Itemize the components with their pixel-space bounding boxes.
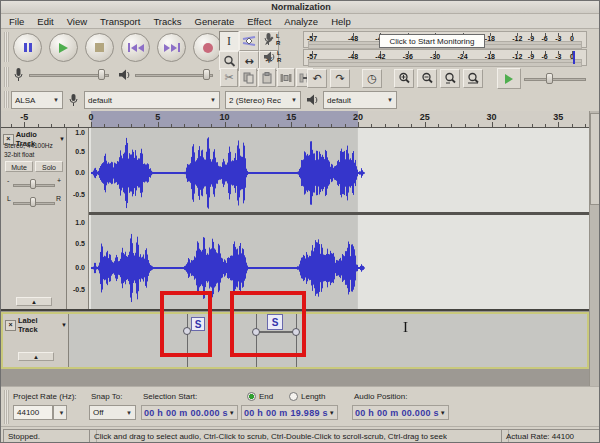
audio-track-control-panel: × Audio Track ▼ Stereo, 44100Hz 32-bit f… [1,128,67,309]
fit-project-button[interactable] [463,69,483,88]
audio-host-select[interactable]: ALSA▼ [11,91,63,109]
label-track-header: × Label Track ▼ [5,316,67,334]
copy-button[interactable] [239,68,257,87]
menu-generate[interactable]: Generate [195,16,235,27]
ruler-tick [11,124,12,127]
vertical-ruler[interactable]: 1.0 0.5 0.0 -0.5 1.0 0.5 0.0 -0.5 [67,128,89,309]
sync-lock-button[interactable]: ◷ [362,69,382,88]
window-titlebar[interactable]: Normalization [1,1,600,14]
meter-tick-label: -30 [430,53,440,60]
gain-slider[interactable]: - + [5,176,63,192]
pan-slider[interactable]: L R [5,194,63,210]
magnifier-icon [223,55,236,68]
end-radio-label[interactable]: End [259,392,273,401]
end-radio[interactable] [247,392,256,401]
length-radio[interactable] [289,392,298,401]
chevron-down-icon: ▼ [126,410,132,416]
menu-edit[interactable]: Edit [37,16,53,27]
timeline-ruler[interactable]: -505101520253035 [1,111,589,128]
length-radio-label[interactable]: Length [301,392,325,401]
ruler-tick-label: -5 [20,112,28,122]
zoom-in-button[interactable] [394,69,414,88]
snap-to-select[interactable]: Off▼ [89,405,136,420]
horizontal-scrollbar-area[interactable] [1,369,589,386]
cut-button[interactable]: ✂ [220,68,238,87]
play-at-speed-button[interactable] [497,68,521,89]
fit-selection-button[interactable] [440,69,460,88]
play-button[interactable] [49,33,78,62]
transport-toolbar-grip[interactable] [4,32,9,62]
ruler-tick-label: 30 [486,112,496,122]
fit-selection-icon [444,72,457,85]
play-speed-icon [505,74,513,84]
selection-start-label: Selection Start: [143,392,197,401]
playback-speed-slider[interactable] [524,72,586,86]
stop-button[interactable] [85,33,114,62]
skip-to-end-button[interactable] [157,33,186,62]
menu-view[interactable]: View [67,16,87,27]
collapse-track-button[interactable]: ▲ [16,297,52,306]
play-meter-icon-group: LR [263,50,281,64]
redo-button[interactable]: ↷ [330,69,350,88]
annotation-box-1 [160,291,212,357]
waveform-display[interactable] [89,128,589,309]
menu-effect[interactable]: Effect [247,16,271,27]
zoom-out-icon [421,72,434,85]
paste-button[interactable] [258,68,276,87]
annotation-box-2 [230,291,306,357]
ruler-tick [211,124,212,127]
trim-button[interactable] [277,68,295,87]
ruler-tick [184,124,185,127]
menu-transport[interactable]: Transport [100,16,140,27]
menu-analyze[interactable]: Analyze [284,16,318,27]
playback-device-select[interactable]: default▼ [323,91,397,109]
ruler-tick [51,124,52,127]
track-menu-button[interactable]: ▼ [59,136,65,142]
selection-toolbar: Project Rate (Hz): 44100 ▼ Snap To: Off▼… [1,386,600,426]
input-volume-slider[interactable] [29,68,109,82]
track-menu-button[interactable]: ▼ [61,322,67,328]
pause-button[interactable] [13,33,42,62]
device-toolbar-grip[interactable] [4,91,9,108]
mute-button[interactable]: Mute [5,161,33,172]
skip-to-start-button[interactable] [121,33,150,62]
ruler-tick [305,124,306,127]
selection-tool-button[interactable]: I [219,31,239,51]
output-volume-slider[interactable] [135,68,213,82]
record-icon [203,43,213,53]
envelope-tool-button[interactable] [239,31,259,51]
ruler-tick [291,122,292,127]
meter-tick-label: -9 [528,35,534,42]
playback-meter[interactable]: -57-48-42-36-30-24-18-12-9-6-30 [303,49,587,66]
menu-help[interactable]: Help [331,16,351,27]
ruler-tick [64,124,65,127]
menu-file[interactable]: File [9,16,24,27]
stop-icon [95,43,104,52]
zoom-out-button[interactable] [417,69,437,88]
ruler-tick-label: 0 [88,112,93,122]
selection-start-field[interactable]: 00 h 00 m 00.000 s▼ [141,405,238,420]
record-button[interactable] [193,33,222,62]
vertical-scrollbar-thumb[interactable] [590,113,600,205]
undo-button[interactable]: ↶ [307,69,327,88]
selection-end-field[interactable]: 00 h 00 m 19.989 s▼ [241,405,338,420]
ruler-tick [238,124,239,127]
audio-position-field[interactable]: 00 h 00 m 00.000 s▼ [352,405,449,420]
chevron-down-icon: ▼ [229,410,235,416]
selection-toolbar-grip[interactable] [4,390,9,424]
monitoring-tooltip[interactable]: Click to Start Monitoring [379,34,485,48]
recording-channels-select[interactable]: 2 (Stereo) Rec▼ [225,91,301,109]
project-rate-value[interactable]: 44100 [13,405,53,420]
scale-label: 1.0 [75,129,85,136]
collapse-track-button[interactable]: ▲ [18,352,54,361]
mixer-toolbar-grip[interactable] [4,67,9,87]
ruler-tick [38,124,39,127]
close-track-button[interactable]: × [5,320,16,331]
menu-tracks[interactable]: Tracks [153,16,181,27]
scale-label: -0.5 [73,286,85,293]
ruler-tick [545,124,546,127]
ruler-tick [465,124,466,127]
solo-button[interactable]: Solo [35,161,63,172]
recording-device-select[interactable]: default▼ [84,91,220,109]
project-rate-dropdown-button[interactable]: ▼ [53,405,67,420]
